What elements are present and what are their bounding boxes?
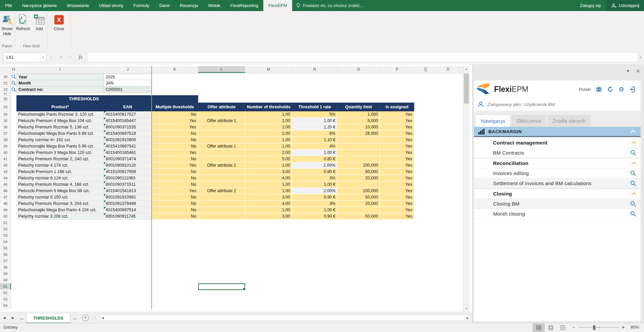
- cell-multiple-47[interactable]: No: [152, 194, 198, 201]
- row-header-60[interactable]: 60: [0, 277, 11, 283]
- name-box[interactable]: L61 ▾: [3, 52, 46, 62]
- column-header-K[interactable]: K: [152, 66, 198, 73]
- cell-thresholds-35[interactable]: 1.00: [245, 118, 292, 124]
- cell-product-45[interactable]: Pieluchy Premium Rozmiar 4, 168 szt.: [16, 181, 104, 188]
- cell-multiple-43[interactable]: No: [152, 169, 198, 175]
- cell-rate-35[interactable]: 1.00 €: [292, 118, 337, 124]
- row-header-45[interactable]: 45: [0, 181, 11, 188]
- nav-item-contract-management[interactable]: Contract management: [474, 137, 641, 148]
- sheet-next-icon[interactable]: ▶: [9, 316, 17, 320]
- column-header-M[interactable]: M: [245, 66, 292, 73]
- fill-handle[interactable]: [243, 288, 246, 290]
- cell-multiple-45[interactable]: No: [152, 181, 198, 188]
- lookup-magnifier-icon[interactable]: [11, 74, 16, 79]
- cell-rate-48[interactable]: 3%: [292, 201, 337, 207]
- cell-assigned-44[interactable]: Yes: [380, 175, 414, 181]
- cell-rate-36[interactable]: 1.20 €: [292, 124, 337, 130]
- share-button[interactable]: Udostępnij: [606, 0, 644, 11]
- vertical-scrollbar[interactable]: ▲ ▼: [463, 66, 470, 312]
- enter-formula-icon[interactable]: ✓: [66, 55, 75, 60]
- open-magnifier-icon[interactable]: [630, 180, 636, 186]
- pane-tab--r-d-a-danych[interactable]: Źródła danych: [547, 115, 591, 127]
- cell-ean-35[interactable]: 4015400165447: [104, 118, 152, 124]
- cell-multiple-42[interactable]: Yes: [152, 162, 198, 169]
- cell-multiple-35[interactable]: Yes: [152, 118, 198, 124]
- pane-tab-obliczenia[interactable]: Obliczenia: [512, 115, 546, 127]
- cell-ean-39[interactable]: 4015410697541: [104, 143, 152, 150]
- nav-item-closing[interactable]: Closing: [474, 188, 641, 199]
- cell-qty-42[interactable]: 100,000: [337, 162, 380, 169]
- globe-icon[interactable]: [596, 86, 602, 93]
- sheet-dots-right[interactable]: ...: [70, 315, 79, 320]
- cell-ean-47[interactable]: 8001091910981: [104, 194, 152, 201]
- pane-dropdown-icon[interactable]: ▼: [626, 69, 630, 73]
- cell-multiple-44[interactable]: No: [152, 175, 198, 181]
- selected-cell[interactable]: [198, 283, 245, 290]
- cell-product-46[interactable]: Pieluszki Premium 5 Mega Box 88 szt.: [16, 188, 104, 194]
- cell-rate-47[interactable]: 0.90 €: [292, 194, 337, 201]
- cell-product-39[interactable]: Pieluchomajtki Mega Box Pants 5 96 szt.: [16, 143, 104, 150]
- column-header-N[interactable]: N: [292, 66, 337, 73]
- nav-item-bm-contracts[interactable]: BM Contracts: [474, 148, 641, 158]
- cell-ean-45[interactable]: 8001090371511: [104, 181, 152, 188]
- cell-multiple-41[interactable]: No: [152, 156, 198, 162]
- pane-close-icon[interactable]: ✕: [636, 68, 640, 74]
- row-header-51[interactable]: 51: [0, 220, 11, 226]
- table-header-7[interactable]: Is assigned: [380, 103, 414, 111]
- column-header-J[interactable]: J: [104, 66, 152, 73]
- cell-product-37[interactable]: Pieluchomajtki Mega Box Pants 6 88 szt.: [16, 130, 104, 137]
- cell-ean-37[interactable]: 4015400697518: [104, 130, 152, 137]
- cell-product-34[interactable]: Pieluchomajtki Pants Rozmiar 3, 120 szt.: [16, 111, 104, 118]
- formula-bar-grip[interactable]: ⋮: [46, 55, 56, 60]
- cell-thresholds-40[interactable]: 2.00: [245, 150, 292, 156]
- row-header-39[interactable]: 39: [0, 143, 11, 150]
- row-header-50[interactable]: 50: [0, 213, 11, 220]
- cell-product-47[interactable]: Pieluchy rozmiar 5 150 szt.: [16, 194, 104, 201]
- row-header-57[interactable]: 57: [0, 258, 11, 264]
- open-magnifier-icon[interactable]: [630, 211, 636, 217]
- ribbon-tab-flexiepm[interactable]: FlexiEPM: [263, 0, 292, 11]
- tell-me-box[interactable]: Powiedz mi, co chcesz zrobić...: [292, 0, 368, 11]
- column-header-O[interactable]: O: [337, 66, 380, 73]
- row-header-56[interactable]: 56: [0, 252, 11, 258]
- cell-qty-44[interactable]: 20,000: [337, 175, 380, 181]
- cell-qty-36[interactable]: 10,000: [337, 124, 380, 130]
- cell-thresholds-44[interactable]: 4.00: [245, 175, 292, 181]
- cell-offer-37[interactable]: [198, 130, 245, 137]
- zoom-in-icon[interactable]: +: [622, 325, 625, 330]
- cell-thresholds-43[interactable]: 3.00: [245, 169, 292, 175]
- cell-product-36[interactable]: Pieluchy Premium Rozmiar 5, 136 szt.: [16, 124, 104, 130]
- info-value-23[interactable]: C000001: [104, 87, 152, 93]
- cell-thresholds-39[interactable]: 1.00: [245, 143, 292, 150]
- cell-qty-35[interactable]: 5,000: [337, 118, 380, 124]
- open-magnifier-icon[interactable]: [630, 201, 636, 207]
- cell-offer-41[interactable]: [198, 156, 245, 162]
- ribbon-tab-plik[interactable]: Plik: [0, 0, 17, 11]
- cell-qty-38[interactable]: [337, 137, 380, 143]
- lookup-magnifier-icon[interactable]: [11, 81, 16, 86]
- add-sheet-icon[interactable]: +: [82, 315, 89, 321]
- row-header-34[interactable]: 34: [0, 111, 11, 118]
- cell-assigned-37[interactable]: Yes: [380, 130, 414, 137]
- cell-ean-34[interactable]: 4015400617527: [104, 111, 152, 118]
- cell-multiple-38[interactable]: No: [152, 137, 198, 143]
- collapse-group-icon[interactable]: [631, 162, 636, 165]
- cell-offer-36[interactable]: [198, 124, 245, 130]
- cell-offer-50[interactable]: [198, 213, 245, 220]
- cell-qty-46[interactable]: 100,000: [337, 188, 380, 194]
- cell-thresholds-47[interactable]: 3.00: [245, 194, 292, 201]
- cell-multiple-34[interactable]: No: [152, 111, 198, 118]
- cell-product-48[interactable]: Pieluchy Premium Rozmiar 3, 204 szt.: [16, 201, 104, 207]
- row-header-20[interactable]: 20: [0, 74, 11, 80]
- cancel-formula-icon[interactable]: ✕: [56, 55, 66, 60]
- cell-assigned-35[interactable]: Yes: [380, 118, 414, 124]
- column-header-I[interactable]: I: [16, 66, 104, 73]
- row-header-43[interactable]: 43: [0, 169, 11, 175]
- cell-ean-42[interactable]: 8001090910120: [104, 162, 152, 169]
- sheetbar-grip[interactable]: ⋮: [92, 316, 100, 320]
- cell-product-44[interactable]: Pieluchy rozmiar 6 124 szt.: [16, 175, 104, 181]
- row-header-55[interactable]: 55: [0, 245, 11, 252]
- cell-ean-43[interactable]: 4015100817659: [104, 169, 152, 175]
- cell-assigned-39[interactable]: Yes: [380, 143, 414, 150]
- column-header-H[interactable]: H: [11, 66, 16, 73]
